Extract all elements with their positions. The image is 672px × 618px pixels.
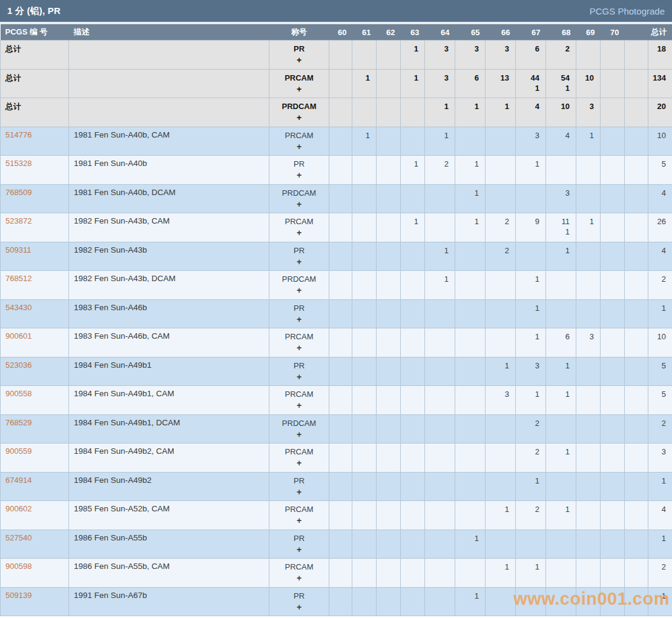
pcgs-number-link[interactable]: 900602 [5,504,31,513]
pcgs-number-link[interactable]: 900559 [5,447,31,456]
pcgs-number-link[interactable]: 527540 [5,533,31,542]
pcgs-number-link[interactable]: 768509 [5,188,31,197]
col-header-total: 总计 [648,24,672,41]
pcgs-number-link[interactable]: 509311 [5,245,31,254]
table-summary-row: 总计PRCAM+11361344154110134 [1,69,672,98]
pcgs-number-cell: 总计 [1,98,69,127]
pcgs-number-link[interactable]: 900558 [5,389,31,398]
designation-plus: + [269,457,329,468]
grade-67-count-cell [516,587,546,616]
row-total-count-cell: 18 [648,41,672,70]
designation-plus: + [269,55,329,65]
designation-cell: PRDCAM+ [269,414,329,444]
grade-70-count-cell [601,386,625,415]
grade-64-count-cell [425,213,455,242]
grade-70-count-cell [601,444,625,473]
pcgs-number-link[interactable]: 768529 [5,418,31,427]
grade-63-count-cell [401,472,425,501]
page-title: 1 分 (铝), PR [7,5,61,17]
grade-66-count-cell [486,271,516,300]
pcgs-number-cell: 509311 [1,242,69,271]
spacer-cell [625,98,648,127]
grade-63-count-cell [401,501,425,530]
grade-70-count-cell [601,69,625,98]
row-total-label: 总计 [5,44,21,53]
designation-plus: + [269,400,329,411]
pcgs-number-cell: 674914 [1,472,69,501]
grade-65-count-cell [455,386,486,415]
row-total-label: 总计 [5,73,21,82]
photograde-link[interactable]: PCGS Photograde [590,6,665,16]
grade-60-count-cell [329,184,352,213]
pcgs-number-link[interactable]: 674914 [5,476,31,485]
grade-61-count-cell [352,184,377,213]
spacer-cell [625,213,648,242]
grade-62-count-cell [377,299,401,328]
designation-cell: PRDCAM+ [269,271,329,300]
grade-69-count-cell [576,472,601,501]
col-header-grade-66: 66 [486,24,516,41]
grade-69-count-cell [576,501,601,530]
grade-65-count-cell [455,472,486,501]
grade-65-count-cell [455,328,486,357]
table-row: 6749141984 Fen Sun-A49b2PR+11 [1,472,672,501]
grade-65-count-cell [455,501,486,530]
grade-66-count-cell [486,587,516,616]
grade-66-count-cell: 3 [486,386,516,415]
grade-70-count-cell [601,184,625,213]
designation-cell: PRCAM+ [269,213,329,242]
designation-label: PR [269,159,329,170]
pcgs-number-link[interactable]: 514776 [5,130,31,139]
description-cell: 1986 Fen Sun-A55b, CAM [69,559,269,588]
grade-69-count-cell: 1 [576,213,601,242]
grade-62-count-cell [377,559,401,588]
table-row: 7685291984 Fen Sun-A49b1, DCAMPRDCAM+22 [1,414,672,444]
designation-plus: + [269,256,329,267]
grade-61-count-cell [352,299,377,328]
col-header-grade-61: 61 [352,24,377,41]
spacer-cell [625,156,648,185]
row-total-count-cell: 2 [648,559,672,588]
pcgs-number-link[interactable]: 509139 [5,591,31,600]
grade-61-count-cell [352,98,377,127]
pcgs-number-link[interactable]: 900598 [5,562,31,571]
description-cell: 1984 Fen Sun-A49b1 [69,357,269,386]
grade-62-count-cell [377,271,401,300]
grade-63-count-cell [401,127,425,156]
grade-60-count-cell [329,414,352,444]
grade-64-count-cell [425,444,455,473]
table-row: 9005981986 Fen Sun-A55b, CAMPRCAM+112 [1,559,672,588]
pcgs-number-link[interactable]: 768512 [5,274,31,283]
grade-66-count-cell: 1 [486,357,516,386]
spacer-cell [625,530,648,559]
grade-68-count-cell [546,156,576,185]
pcgs-number-link[interactable]: 543430 [5,303,31,312]
col-header-grade-63: 63 [401,24,425,41]
pcgs-number-link[interactable]: 523872 [5,216,31,225]
description-cell: 1981 Fen Sun-A40b [69,156,269,185]
table-row: 5153281981 Fen Sun-A40bPR+12115 [1,156,672,185]
designation-plus: + [269,314,329,325]
designation-cell: PRCAM+ [269,69,329,98]
grade-60-count-cell [329,127,352,156]
pcgs-number-link[interactable]: 515328 [5,159,31,168]
pcgs-number-link[interactable]: 900601 [5,331,31,341]
grade-70-count-cell [601,213,625,242]
col-header-description: 描述 [69,24,269,41]
grade-70-count-cell [601,587,625,616]
pcgs-number-link[interactable]: 523036 [5,360,31,370]
designation-label: PRCAM [269,216,329,227]
pcgs-number-cell: 515328 [1,156,69,185]
grade-63-count-cell [401,559,425,588]
designation-plus: + [269,199,329,210]
grade-70-count-cell [601,357,625,386]
grade-69-count-cell [576,184,601,213]
grade-67-count-cell: 441 [516,69,546,98]
grade-65-count-cell: 1 [455,98,486,127]
spacer-cell [625,357,648,386]
designation-label: PR [269,591,329,602]
grade-65-count-cell: 1 [455,213,486,242]
grade-67-count-cell: 1 [516,386,546,415]
table-row: 5275401986 Fen Sun-A55bPR+11 [1,530,672,559]
description-cell: 1984 Fen Sun-A49b2 [69,472,269,501]
